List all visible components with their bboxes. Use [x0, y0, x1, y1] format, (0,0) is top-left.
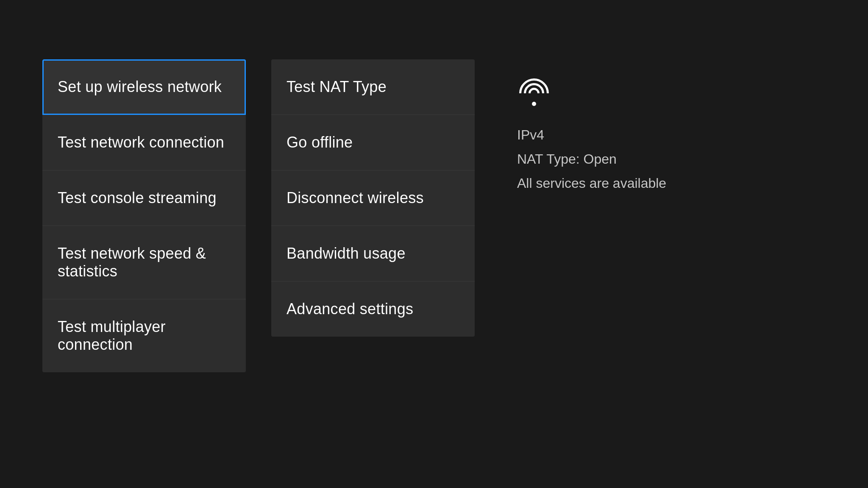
status-item-ipv4: IPv4 [517, 127, 678, 143]
wifi-dot [532, 102, 536, 106]
wifi-icon [517, 81, 551, 106]
menu-item-bandwidth-usage[interactable]: Bandwidth usage [271, 226, 475, 282]
status-panel: IPv4NAT Type: OpenAll services are avail… [509, 59, 678, 191]
left-column: Set up wireless networkTest network conn… [42, 59, 246, 372]
menu-item-disconnect-wireless[interactable]: Disconnect wireless [271, 170, 475, 226]
network-settings-page: Set up wireless networkTest network conn… [0, 0, 868, 488]
middle-column: Test NAT TypeGo offlineDisconnect wirele… [271, 59, 475, 337]
content-layout: Set up wireless networkTest network conn… [42, 59, 826, 372]
status-item-nat-type: NAT Type: Open [517, 151, 678, 167]
menu-item-test-speed[interactable]: Test network speed & statistics [42, 226, 246, 299]
menu-item-go-offline[interactable]: Go offline [271, 115, 475, 170]
menu-item-advanced-settings[interactable]: Advanced settings [271, 282, 475, 337]
menu-item-test-streaming[interactable]: Test console streaming [42, 170, 246, 226]
menu-item-setup-wireless[interactable]: Set up wireless network [42, 59, 246, 115]
menu-item-test-network[interactable]: Test network connection [42, 115, 246, 170]
menu-item-test-multiplayer[interactable]: Test multiplayer connection [42, 299, 246, 372]
status-item-services: All services are available [517, 176, 678, 191]
status-info: IPv4NAT Type: OpenAll services are avail… [517, 127, 678, 191]
menu-item-test-nat[interactable]: Test NAT Type [271, 59, 475, 115]
